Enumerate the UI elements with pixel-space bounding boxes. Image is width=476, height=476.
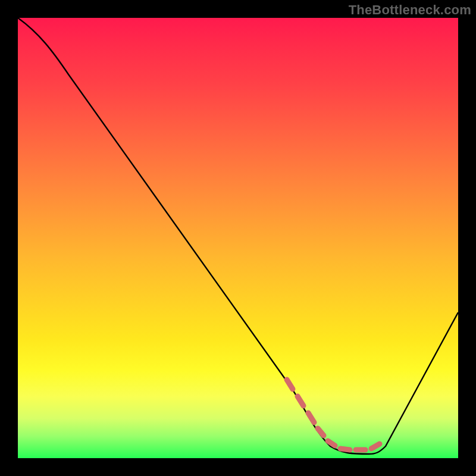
watermark-text: TheBottleneck.com <box>349 2 471 18</box>
chart-frame: TheBottleneck.com <box>0 0 476 476</box>
plot-area <box>18 18 458 458</box>
bottleneck-curve <box>18 18 458 454</box>
optimal-band-marker <box>287 380 380 450</box>
curve-layer <box>18 18 458 458</box>
